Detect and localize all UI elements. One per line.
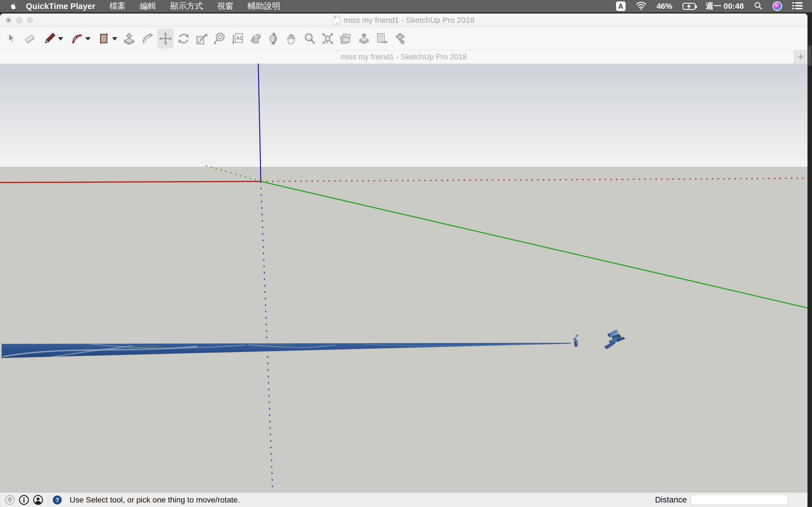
green-axis-dotted bbox=[206, 166, 261, 181]
send-to-layout-icon bbox=[375, 32, 389, 45]
sketchup-window: .skp miss my friend1 - SketchUp Pro 2018 bbox=[0, 13, 808, 507]
skp-document-icon: .skp bbox=[333, 15, 340, 25]
close-button[interactable] bbox=[5, 17, 11, 23]
svg-text:?: ? bbox=[55, 497, 59, 504]
apple-menu-icon[interactable] bbox=[8, 2, 19, 10]
select-cursor-icon bbox=[5, 32, 18, 45]
eraser-icon bbox=[23, 32, 36, 45]
tape-measure-tool[interactable] bbox=[211, 29, 227, 48]
zoom-window-button[interactable] bbox=[27, 17, 33, 23]
rectangle-tool[interactable] bbox=[96, 29, 112, 48]
paint-bucket-tool[interactable] bbox=[248, 29, 264, 48]
text-tool[interactable]: A1 bbox=[230, 29, 246, 48]
send-to-layout-tool[interactable] bbox=[374, 29, 390, 48]
arc-tool-dropdown[interactable] bbox=[86, 37, 91, 41]
zoom-extents-icon bbox=[321, 32, 334, 45]
background-scrollbar-thumb bbox=[808, 45, 811, 66]
blue-textured-ribbon bbox=[2, 343, 571, 358]
pencil-icon bbox=[43, 32, 56, 45]
follow-me-icon bbox=[141, 32, 154, 45]
wifi-icon[interactable] bbox=[636, 1, 647, 11]
line-tool-dropdown[interactable] bbox=[58, 37, 63, 41]
svg-text:A1: A1 bbox=[236, 35, 242, 41]
help-icon[interactable]: ? bbox=[52, 494, 63, 506]
sign-in-account-icon[interactable] bbox=[33, 495, 43, 505]
document-tab-bar: miss my friend1 - SketchUp Pro 2018 + bbox=[0, 50, 808, 64]
measurement-input[interactable] bbox=[691, 495, 788, 505]
model-viewport[interactable] bbox=[0, 64, 808, 492]
small-3d-character-1 bbox=[573, 334, 578, 347]
model-info-icon[interactable] bbox=[18, 495, 29, 505]
input-source-icon[interactable]: A bbox=[616, 1, 626, 11]
red-axis-dotted bbox=[261, 178, 808, 181]
move-icon bbox=[159, 32, 172, 45]
measurement-label: Distance bbox=[655, 495, 687, 504]
status-bar: ? Use Select tool, or pick one thing to … bbox=[0, 492, 808, 507]
siri-icon[interactable] bbox=[772, 1, 782, 11]
components-icon bbox=[357, 32, 370, 45]
components-tool[interactable] bbox=[356, 29, 372, 48]
active-app-name[interactable]: QuickTime Player bbox=[26, 2, 95, 11]
3d-warehouse-tool[interactable] bbox=[338, 29, 354, 48]
text-icon: A1 bbox=[231, 32, 244, 45]
blue-axis-dotted bbox=[261, 181, 273, 491]
battery-percent: 46% bbox=[657, 2, 672, 11]
menu-bar: QuickTime Player 檔案 編輯 顯示方式 視窗 輔助說明 A 46… bbox=[0, 0, 812, 12]
small-3d-character-2 bbox=[604, 330, 625, 349]
red-axis-solid bbox=[0, 181, 261, 182]
spotlight-search-icon[interactable] bbox=[754, 1, 762, 11]
extension-warehouse-icon bbox=[394, 32, 407, 45]
scale-tool[interactable] bbox=[193, 29, 210, 48]
orbit-tool[interactable] bbox=[265, 29, 282, 48]
push-pull-icon bbox=[123, 32, 136, 45]
paint-bucket-icon bbox=[249, 32, 262, 45]
follow-me-tool[interactable] bbox=[139, 29, 156, 48]
status-hint-message: Use Select tool, or pick one thing to mo… bbox=[70, 496, 240, 504]
arc-tool[interactable] bbox=[69, 29, 85, 48]
new-tab-button[interactable]: + bbox=[794, 50, 807, 64]
zoom-tool[interactable] bbox=[301, 29, 318, 48]
move-tool[interactable] bbox=[157, 29, 174, 48]
rotate-icon bbox=[177, 32, 190, 45]
extension-warehouse-tool[interactable] bbox=[392, 29, 408, 48]
minimize-button[interactable] bbox=[16, 17, 22, 23]
select-tool[interactable] bbox=[3, 29, 20, 48]
battery-charging-icon[interactable] bbox=[682, 3, 696, 10]
zoom-extents-tool[interactable] bbox=[319, 29, 336, 48]
pan-tool[interactable] bbox=[283, 29, 300, 48]
geolocation-icon[interactable] bbox=[4, 495, 15, 505]
menu-bar-clock[interactable]: 週一 00:48 bbox=[706, 1, 744, 11]
push-pull-tool[interactable] bbox=[121, 29, 137, 48]
scene-layer bbox=[0, 64, 808, 492]
status-divider bbox=[48, 495, 48, 505]
menu-file[interactable]: 檔案 bbox=[109, 1, 126, 12]
svg-text:.skp: .skp bbox=[335, 22, 339, 24]
window-title: miss my friend1 - SketchUp Pro 2018 bbox=[344, 16, 474, 25]
menu-help[interactable]: 輔助說明 bbox=[248, 1, 280, 12]
3d-warehouse-icon bbox=[339, 32, 352, 45]
pan-hand-icon bbox=[285, 32, 298, 45]
notification-center-icon[interactable] bbox=[792, 2, 802, 11]
document-tab-title[interactable]: miss my friend1 - SketchUp Pro 2018 bbox=[341, 53, 467, 61]
arc-icon bbox=[70, 32, 84, 45]
menu-window[interactable]: 視窗 bbox=[217, 1, 234, 12]
main-toolbar: A1 bbox=[0, 27, 808, 50]
zoom-icon bbox=[303, 32, 316, 45]
window-title-bar[interactable]: .skp miss my friend1 - SketchUp Pro 2018 bbox=[0, 13, 808, 27]
menu-edit[interactable]: 編輯 bbox=[140, 1, 156, 12]
orbit-icon bbox=[267, 32, 280, 45]
green-axis-solid bbox=[261, 181, 808, 308]
tape-measure-icon bbox=[213, 32, 226, 45]
eraser-tool[interactable] bbox=[22, 29, 38, 48]
rectangle-tool-dropdown[interactable] bbox=[112, 37, 117, 41]
scale-icon bbox=[195, 32, 208, 45]
line-tool[interactable] bbox=[42, 29, 58, 48]
rectangle-icon bbox=[97, 32, 110, 45]
menu-view[interactable]: 顯示方式 bbox=[170, 1, 203, 12]
blue-axis-solid bbox=[258, 64, 261, 181]
rotate-tool[interactable] bbox=[175, 29, 192, 48]
